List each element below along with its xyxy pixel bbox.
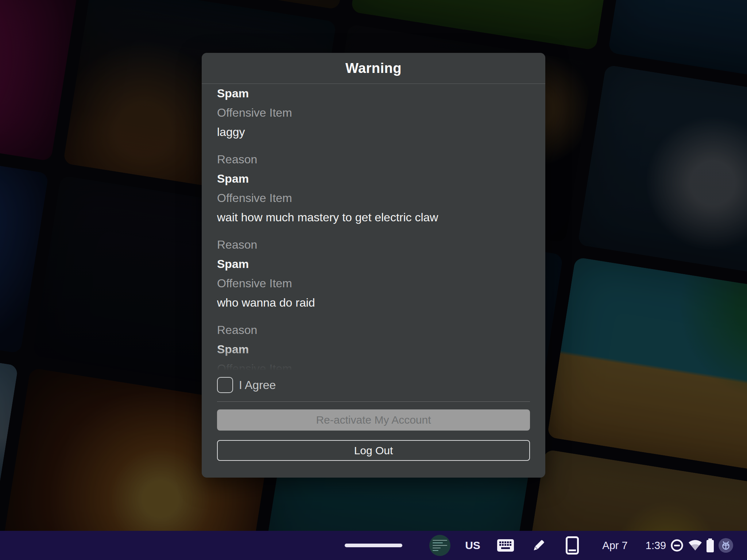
reactivate-account-button[interactable]: Re-activate My Account [217, 409, 530, 431]
warning-list-row: Offensive Item [217, 188, 530, 208]
debug-tray-button[interactable] [719, 531, 733, 560]
warning-reason-list[interactable]: Spam Offensive Item laggy Reason Spam Of… [202, 84, 545, 376]
warning-list-row: Offensive Item [217, 103, 530, 122]
warning-list-row: Offensive Item [217, 274, 530, 293]
do-not-disturb-indicator[interactable] [670, 531, 684, 560]
stylus-icon [531, 538, 546, 553]
keyboard-layout-indicator[interactable]: US [465, 531, 480, 560]
warning-list-row: Spam [217, 169, 530, 188]
battery-icon [706, 538, 714, 553]
battery-indicator[interactable] [706, 531, 714, 560]
keyboard-icon [497, 538, 514, 552]
do-not-disturb-icon [670, 539, 684, 552]
dialog-title: Warning [202, 53, 545, 84]
warning-list-row: Reason [217, 320, 530, 340]
modal-divider [217, 401, 530, 402]
warning-dialog: Warning Spam Offensive Item laggy Reason… [202, 53, 545, 478]
screenshot-thumbnail[interactable] [429, 531, 450, 560]
bug-badge [719, 538, 733, 553]
log-out-button[interactable]: Log Out [217, 440, 530, 461]
screenshot-thumbnail-image [429, 535, 450, 556]
warning-list-row: wait how much mastery to get electric cl… [217, 208, 530, 227]
wifi-indicator[interactable] [688, 531, 702, 560]
warning-list-row: who wanna do raid [217, 293, 530, 312]
warning-list-row: Reason [217, 150, 530, 169]
taskbar: US Apr 7 1:39 [0, 531, 747, 560]
phone-hub-button[interactable] [566, 531, 579, 560]
warning-list-row: Spam [217, 340, 530, 359]
warning-list-row: Spam [217, 84, 530, 103]
virtual-keyboard-button[interactable] [497, 531, 514, 560]
shelf-home-handle[interactable] [345, 544, 402, 547]
date-label[interactable]: Apr 7 [602, 531, 627, 560]
i-agree-checkbox[interactable] [217, 377, 233, 393]
i-agree-label: I Agree [239, 378, 276, 392]
wifi-icon [688, 540, 702, 551]
stylus-tools-button[interactable] [531, 531, 546, 560]
agree-row: I Agree [217, 377, 276, 393]
clock-label[interactable]: 1:39 [646, 531, 666, 560]
warning-list-row: Reason [217, 235, 530, 254]
phone-icon [566, 536, 579, 555]
warning-list-row: Spam [217, 254, 530, 274]
bug-icon [721, 540, 731, 551]
warning-list-row: laggy [217, 122, 530, 142]
warning-list-row: Offensive Item [217, 359, 530, 376]
